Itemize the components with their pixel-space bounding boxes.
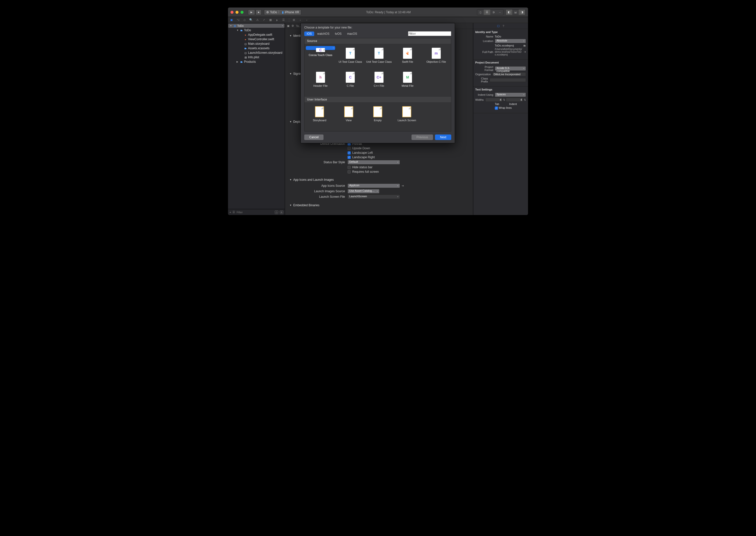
file-row[interactable]: 🖿Assets.xcassets <box>228 46 285 50</box>
file-row[interactable]: ▤Info.plist <box>228 55 285 59</box>
stop-button[interactable]: ■ <box>255 10 261 15</box>
scheme-selector[interactable]: ⚙︎ ToDo 〉 ▮ iPhone XR <box>264 10 301 15</box>
symbol-navigator-icon[interactable]: ◇ <box>243 18 247 22</box>
template-filter-input[interactable] <box>408 31 451 36</box>
editor-standard[interactable]: {} <box>477 10 484 15</box>
project-icon: ▤ <box>233 24 237 27</box>
help-inspector-tab-icon[interactable]: ? <box>503 24 504 27</box>
next-button[interactable]: Next <box>435 135 451 140</box>
wrap-lines-checkbox[interactable]: ✓ <box>495 107 498 110</box>
add-icon[interactable]: + <box>229 211 231 214</box>
template-item[interactable]: TUnit Test Case Class <box>365 46 393 69</box>
filter-icon: ⊕ <box>410 32 412 35</box>
issue-navigator-icon[interactable]: ⚠ <box>255 18 259 22</box>
section-appicons[interactable]: App Icons and Launch Images <box>293 178 334 182</box>
folder-chooser-icon[interactable]: 🖿 <box>523 44 526 47</box>
scm-filter-icon[interactable]: ⊞ <box>280 211 283 214</box>
file-row[interactable]: ▸ViewController.swift <box>228 37 285 42</box>
template-item[interactable]: mObjective-C File <box>422 46 450 69</box>
appicons-action-icon[interactable]: ➜ <box>402 184 404 187</box>
jump-bar-back-icon[interactable]: ‹ <box>298 18 302 22</box>
project-row[interactable]: ▼ ▤ ToDo <box>228 23 285 28</box>
platform-tab-ios[interactable]: iOS <box>304 31 314 36</box>
swift-file-icon: ▸ <box>244 33 247 37</box>
organization-input[interactable] <box>492 72 526 76</box>
document-outline-icon[interactable]: ▣ <box>287 24 289 27</box>
upside-checkbox[interactable] <box>347 147 351 150</box>
plist-file-icon: ▤ <box>244 55 247 59</box>
template-item[interactable]: View <box>335 104 363 127</box>
hide-status-checkbox[interactable] <box>347 166 351 169</box>
landscape-left-checkbox[interactable]: ✓ <box>347 151 351 154</box>
close-window[interactable] <box>231 11 234 14</box>
zoom-window[interactable] <box>241 11 244 14</box>
fullscreen-checkbox[interactable] <box>347 170 351 174</box>
swift-file-icon: ▸ <box>244 38 247 41</box>
group-label: ToDo <box>244 28 251 32</box>
appicons-source-select[interactable]: AppIcon <box>347 184 400 188</box>
editor-assistant[interactable]: ☰ <box>484 10 490 15</box>
cancel-button[interactable]: Cancel <box>304 135 323 140</box>
recent-filter-icon[interactable]: ◷ <box>275 211 278 214</box>
template-item[interactable]: TUI Test Case Class <box>337 46 364 69</box>
jump-bar-related-icon[interactable]: ⊞ <box>292 18 296 22</box>
tab-width-input[interactable] <box>485 98 503 102</box>
statusbar-select[interactable]: Default <box>347 160 400 164</box>
platform-tab-tvos[interactable]: tvOS <box>333 31 344 36</box>
jump-bar-fwd-icon[interactable]: › <box>305 18 309 22</box>
launch-file-label: Launch Screen File <box>287 195 347 198</box>
products-row[interactable]: ▶🖿Products <box>228 59 285 64</box>
source-control-icon[interactable]: ⌥ <box>236 18 240 22</box>
breakpoint-navigator-icon[interactable]: ⏵ <box>275 18 279 22</box>
storyboard-file-icon: ◻ <box>244 42 247 46</box>
scheme-app: ToDo <box>270 11 277 14</box>
file-label: LaunchScreen.storyboard <box>248 51 282 54</box>
editor-version[interactable]: ◑ <box>490 10 497 15</box>
launch-images-button[interactable]: Use Asset Catalog… <box>347 189 379 193</box>
template-item[interactable]: MMetal File <box>394 70 421 93</box>
template-item[interactable]: CCocoa Touch Class <box>306 46 336 50</box>
template-item[interactable]: hHeader File <box>306 70 336 93</box>
file-label: ViewController.swift <box>248 38 274 41</box>
project-navigator-icon[interactable]: ▣ <box>229 18 234 22</box>
indent-using-select[interactable]: Spaces <box>495 92 526 97</box>
project-format-select[interactable]: Xcode 9.3-compatible <box>495 66 526 71</box>
navigator-filter-input[interactable] <box>237 211 273 214</box>
template-item[interactable]: Storyboard <box>306 104 334 127</box>
run-controls: ▶ ■ <box>248 10 261 15</box>
find-navigator-icon[interactable]: 🔍 <box>249 18 253 22</box>
launch-file-select[interactable]: LaunchScreen <box>347 194 400 199</box>
run-button[interactable]: ▶ <box>248 10 255 15</box>
file-row[interactable]: ◻LaunchScreen.storyboard <box>228 50 285 55</box>
template-item[interactable]: Swift File <box>394 46 421 69</box>
test-navigator-icon[interactable]: ✓ <box>262 18 266 22</box>
file-inspector-tab-icon[interactable]: ▢ <box>497 24 500 27</box>
platform-tab-watchos[interactable]: watchOS <box>315 31 332 36</box>
minimize-window[interactable] <box>236 11 239 14</box>
reveal-icon[interactable]: ➜ <box>524 50 526 53</box>
file-row[interactable]: ▸AppDelegate.swift <box>228 32 285 37</box>
section-embedded[interactable]: Embedded Binaries <box>293 204 319 207</box>
navigator-filter-bar: + ☰ ◷ ⊞ <box>228 209 285 215</box>
previous-button[interactable]: Previous <box>411 135 433 140</box>
template-item[interactable]: C+C++ File <box>365 70 393 93</box>
toggle-inspector[interactable]: ◨ <box>519 10 525 15</box>
toggle-debug[interactable]: ⬓ <box>512 10 519 15</box>
platform-tab-macos[interactable]: macOS <box>345 31 359 36</box>
template-item[interactable]: Launch Screen <box>393 104 421 127</box>
indent-width-input[interactable] <box>506 98 523 102</box>
class-prefix-input[interactable] <box>489 78 526 82</box>
report-navigator-icon[interactable]: ☰ <box>281 18 285 22</box>
template-item[interactable]: CC File <box>337 70 364 93</box>
toggle-navigator[interactable]: ◧ <box>506 10 512 15</box>
inspector-panel: ▢ ? Identity and Type NameToDo LocationA… <box>473 23 528 215</box>
location-select[interactable]: Absolute <box>495 39 526 43</box>
landscape-right-checkbox[interactable]: ✓ <box>347 156 351 159</box>
file-row[interactable]: ◻Main.storyboard <box>228 42 285 46</box>
launch-images-label: Launch Images Source <box>287 189 347 193</box>
editor-review[interactable]: ↔ <box>497 10 503 15</box>
group-row[interactable]: ▼ 🖿 ToDo <box>228 28 285 32</box>
debug-navigator-icon[interactable]: ▦ <box>269 18 273 22</box>
projectdoc-header: Project Document <box>475 61 526 64</box>
template-item[interactable]: Empty <box>364 104 392 127</box>
